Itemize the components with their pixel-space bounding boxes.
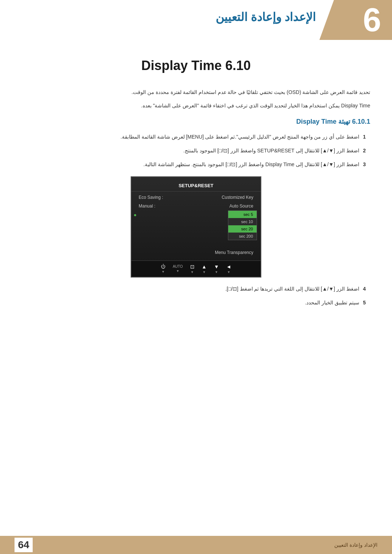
intro-paragraph-2: Display Time يمكن استخدام هذا الخيار لتح… <box>22 101 370 110</box>
osd-auto-label: AUTO <box>173 264 183 268</box>
dropdown-item-2: 10 sec <box>228 218 257 225</box>
osd-btn-down: ▼ ▼ <box>214 264 219 274</box>
osd-row-wrapper-3: ● Display Time 5 sec 10 sec 20 sec 200 s… <box>131 210 261 219</box>
step-text-2: اضغط الزر [▼/▲] للانتقال إلى SETUP&RESET… <box>22 147 359 155</box>
osd-btn-label-3: ▼ <box>203 270 206 274</box>
step-number-2: 2 <box>363 147 370 155</box>
step-item-1: 1 اضغط على أي زر من واجهة المنتج لعرض "ا… <box>22 133 370 141</box>
step-item-5: 5 سيتم تطبيق الخيار المحدد. <box>22 299 370 307</box>
osd-btn-label-6: ▼ <box>162 270 165 274</box>
osd-dropdown: 5 sec 10 sec 20 sec 200 sec <box>228 210 257 240</box>
osd-btn-label-5: ▼ <box>176 269 179 273</box>
chapter-title: الإعداد وإعادة التعيين <box>216 10 316 24</box>
osd-row-value-2: : Manual <box>139 204 155 209</box>
osd-menu: SETUP&RESET Customized Key : Eco Saving … <box>131 176 261 278</box>
step-item-4: 4 اضغط الزر [▼/▲] للانتقال إلى اللغة الت… <box>22 285 370 294</box>
page-footer: 64 الإعداد وإعادة التعيين <box>0 536 392 554</box>
osd-btn-label-2: ▼ <box>215 270 218 274</box>
step-number-4: 4 <box>363 285 370 294</box>
osd-menu-row-2: Auto Source : Manual <box>131 202 261 210</box>
header: الإعداد وإعادة التعيين 6 <box>0 0 392 40</box>
osd-up-icon: ▲ <box>202 264 207 270</box>
footer-page-number: 64 <box>15 538 33 552</box>
osd-btn-up: ▲ ▼ <box>202 264 207 274</box>
footer-text: الإعداد وإعادة التعيين <box>334 542 377 548</box>
sub-section-heading: 6.10.1 تهيئة Display Time <box>22 118 370 126</box>
step-item-2: 2 اضغط الزر [▼/▲] للانتقال إلى SETUP&RES… <box>22 147 370 155</box>
chapter-number: 6 <box>363 4 381 36</box>
osd-menu-inner: SETUP&RESET Customized Key : Eco Saving … <box>131 177 261 260</box>
osd-btn-left: ◄ ▼ <box>226 264 231 274</box>
dropdown-item-4: 200 sec <box>228 233 257 240</box>
step-text-4: اضغط الزر [▼/▲] للانتقال إلى اللغة التي … <box>22 285 359 294</box>
osd-menu-row-1: Customized Key : Eco Saving <box>131 193 261 202</box>
osd-row-label-4: Menu Transparency <box>215 250 253 255</box>
dropdown-item-1: 5 sec <box>228 211 257 218</box>
osd-down-icon: ▼ <box>214 264 219 270</box>
step-text-3: اضغط الزر [▼/▲] للانتقال إلى Display Tim… <box>22 160 359 169</box>
steps-list: 1 اضغط على أي زر من واجهة المنتج لعرض "ا… <box>22 133 370 169</box>
selected-dot: ● <box>134 212 136 218</box>
main-content: Display Time 6.10 تحديد قائمة العرض على … <box>0 40 392 334</box>
osd-btn-enter: ⊡ ▼ <box>190 264 195 274</box>
section-title: Display Time 6.10 <box>22 58 370 73</box>
osd-btn-label-1: ▼ <box>227 270 230 274</box>
osd-screenshot-container: SETUP&RESET Customized Key : Eco Saving … <box>22 176 370 278</box>
osd-enter-icon: ⊡ <box>190 264 195 270</box>
step-item-3: 3 اضغط الزر [▼/▲] للانتقال إلى Display T… <box>22 160 370 169</box>
osd-btn-power: ⏻ ▼ <box>161 264 166 274</box>
osd-menu-title: SETUP&RESET <box>131 181 261 192</box>
intro-paragraph-1: تحديد قائمة العرض على الشاشة (OSD) بحيث … <box>22 88 370 97</box>
steps-list-2: 4 اضغط الزر [▼/▲] للانتقال إلى اللغة الت… <box>22 285 370 307</box>
step-text-5: سيتم تطبيق الخيار المحدد. <box>22 299 359 307</box>
osd-bottom-bar: ◄ ▼ ▼ ▼ ▲ ▼ ⊡ ▼ AUTO ▼ <box>131 260 261 277</box>
dropdown-item-3: 20 sec <box>228 225 257 233</box>
step-number-3: 3 <box>363 160 370 169</box>
osd-btn-label-4: ▼ <box>191 270 194 274</box>
osd-row-value-1: : Eco Saving <box>139 195 163 200</box>
step-text-1: اضغط على أي زر من واجهة المنتج لعرض "الد… <box>22 133 359 141</box>
osd-left-icon: ◄ <box>226 264 231 270</box>
osd-row-label-1: Customized Key <box>222 195 253 200</box>
osd-btn-auto: AUTO ▼ <box>173 264 183 273</box>
step-number-1: 1 <box>363 133 370 141</box>
osd-row-label-2: Auto Source <box>229 204 253 209</box>
osd-menu-row-4: Menu Transparency <box>131 248 261 257</box>
step-number-5: 5 <box>363 299 370 307</box>
osd-power-icon: ⏻ <box>161 264 166 269</box>
chapter-bg <box>319 0 392 40</box>
